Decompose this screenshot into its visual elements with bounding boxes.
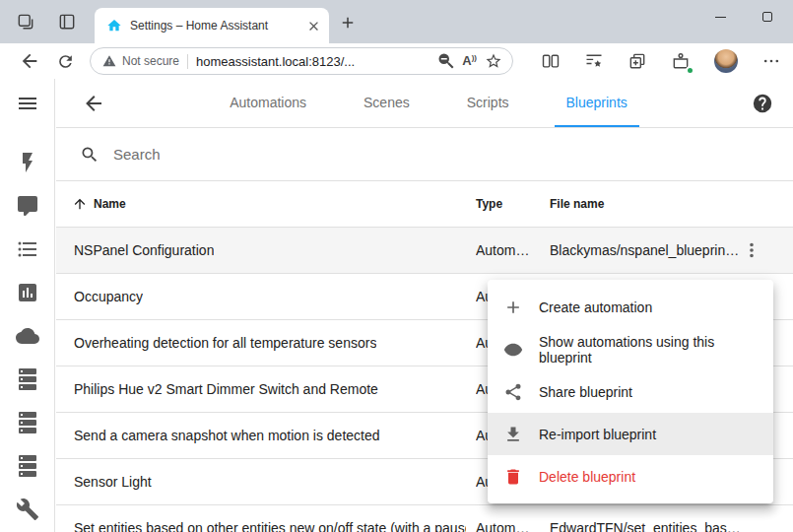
eye-icon <box>503 340 523 360</box>
sidebar-menu-icon[interactable] <box>16 92 39 115</box>
wrench-icon[interactable] <box>16 498 39 521</box>
menu-item-reimport-blueprint[interactable]: Re-import blueprint <box>488 413 773 455</box>
profile-avatar[interactable] <box>714 49 738 73</box>
address-divider <box>187 54 188 69</box>
cloud-icon[interactable] <box>16 324 39 348</box>
ha-header: Automations Scenes Scripts Blueprints <box>56 79 793 128</box>
tab-automations[interactable]: Automations <box>218 79 318 127</box>
read-aloud-icon[interactable]: A)) <box>462 54 477 67</box>
download-icon <box>503 425 523 444</box>
extension-status-dot <box>686 66 694 75</box>
address-bar[interactable]: Not secure homeassistant.local:8123/... … <box>90 47 513 75</box>
history-chart-icon[interactable] <box>16 281 39 304</box>
ha-tab-bar: Automations Scenes Scripts Blueprints <box>105 79 752 127</box>
sidebar-nav <box>16 151 39 521</box>
search-input[interactable]: Search <box>56 128 793 181</box>
browser-toolbar: Not secure homeassistant.local:8123/... … <box>0 43 793 79</box>
security-label: Not secure <box>122 54 179 68</box>
row-context-menu: Create automation Show automations using… <box>488 280 773 503</box>
tab-blueprints[interactable]: Blueprints <box>555 79 639 127</box>
server-icon-2[interactable] <box>16 411 39 434</box>
browser-refresh-icon[interactable] <box>55 51 76 72</box>
sort-ascending-icon <box>72 196 88 212</box>
tab-close-icon[interactable] <box>306 19 321 33</box>
tab-actions-icon[interactable] <box>55 10 79 33</box>
collections-icon[interactable] <box>628 51 647 71</box>
share-icon <box>503 382 523 402</box>
row-name: Send a camera snapshot when motion is de… <box>74 428 380 443</box>
browser-tab-bar: Settings – Home Assistant <box>0 0 793 43</box>
row-type: Autom… <box>476 520 541 532</box>
menu-item-label: Show automations using this blueprint <box>539 334 758 366</box>
split-screen-icon[interactable] <box>541 51 561 71</box>
favorites-icon[interactable] <box>584 51 604 71</box>
row-file: EdwardTFN/set_entities_bas… <box>550 520 739 532</box>
table-row[interactable]: Set entities based on other entities new… <box>56 505 793 532</box>
url-text: homeassistant.local:8123/... <box>196 54 430 69</box>
plus-icon <box>503 298 523 317</box>
row-overflow-menu-icon[interactable] <box>740 238 763 262</box>
menu-item-label: Delete blueprint <box>539 469 635 485</box>
row-name: Philips Hue v2 Smart Dimmer Switch and R… <box>74 381 378 397</box>
row-name: Occupancy <box>74 289 143 304</box>
ha-sidebar <box>0 79 55 532</box>
menu-item-label: Create automation <box>539 299 652 315</box>
browser-menu-icon[interactable] <box>761 51 781 71</box>
toolbar-right-icons <box>541 49 781 73</box>
menu-item-create-automation[interactable]: Create automation <box>488 286 773 328</box>
logbook-list-icon[interactable] <box>16 237 39 261</box>
search-icon <box>80 145 99 165</box>
search-placeholder: Search <box>113 146 161 163</box>
browser-back-icon[interactable] <box>18 49 41 73</box>
menu-item-label: Share blueprint <box>539 384 632 400</box>
row-name: Overheating detection for all temperatur… <box>74 335 376 351</box>
row-name: NSPanel Configuration <box>74 242 214 258</box>
zoom-out-icon[interactable] <box>436 52 455 71</box>
column-header-type[interactable]: Type <box>476 197 502 211</box>
help-icon[interactable] <box>752 93 773 114</box>
assist-chat-icon[interactable] <box>16 194 39 218</box>
row-name: Set entities based on other entities new… <box>74 520 466 532</box>
tab-scenes[interactable]: Scenes <box>352 79 422 127</box>
workspaces-icon[interactable] <box>14 10 37 33</box>
window-minimize-button[interactable] <box>697 0 743 33</box>
favorite-star-icon[interactable] <box>484 52 502 71</box>
server-icon[interactable] <box>16 367 39 391</box>
column-header-name[interactable]: Name <box>72 196 126 212</box>
ha-back-icon[interactable] <box>82 92 105 115</box>
row-type: Autom… <box>476 242 541 258</box>
table-header-row: Name Type File name <box>56 181 793 228</box>
menu-item-label: Re-import blueprint <box>539 427 656 442</box>
server-icon-3[interactable] <box>16 454 39 478</box>
row-file: Blackymas/nspanel_blueprin… <box>550 242 739 258</box>
row-name: Sensor Light <box>74 474 152 490</box>
not-secure-warning-icon <box>102 54 116 68</box>
window-maximize-button[interactable] <box>745 0 790 33</box>
browser-tab[interactable]: Settings – Home Assistant <box>95 8 329 43</box>
flash-icon[interactable] <box>16 151 39 174</box>
tab-scripts[interactable]: Scripts <box>455 79 521 127</box>
table-row[interactable]: NSPanel Configuration Autom… Blackymas/n… <box>56 228 793 274</box>
home-assistant-favicon <box>106 18 122 33</box>
tab-title: Settings – Home Assistant <box>130 19 298 33</box>
menu-item-show-automations[interactable]: Show automations using this blueprint <box>488 328 773 370</box>
menu-item-share-blueprint[interactable]: Share blueprint <box>488 370 773 413</box>
column-header-file[interactable]: File name <box>550 197 604 211</box>
extensions-icon[interactable] <box>671 51 691 71</box>
menu-item-delete-blueprint[interactable]: Delete blueprint <box>488 455 773 498</box>
trash-icon <box>503 467 523 487</box>
new-tab-icon[interactable] <box>337 12 359 33</box>
